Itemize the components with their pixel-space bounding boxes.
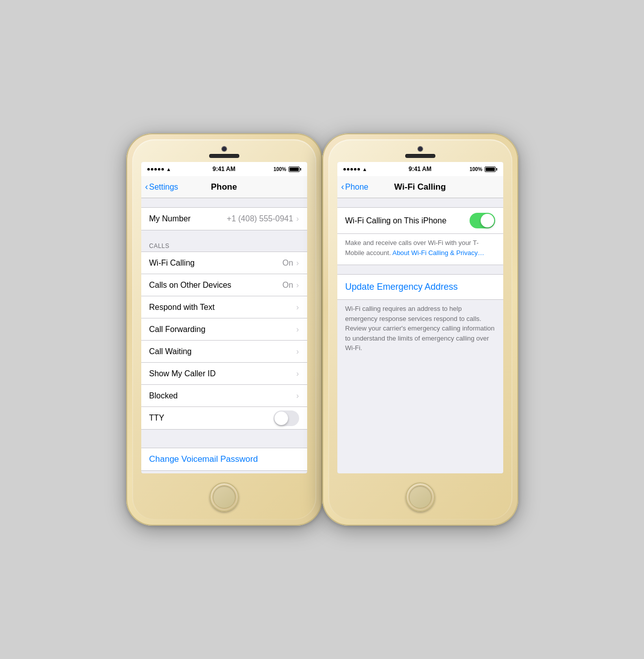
signal-dot-2 bbox=[151, 168, 153, 171]
wifi-calling-value: On bbox=[283, 259, 293, 268]
tty-toggle-knob bbox=[274, 411, 288, 425]
call-waiting-chevron: › bbox=[296, 347, 299, 356]
screen-left: ▲ 9:41 AM 100% bbox=[141, 162, 307, 473]
battery-percent-left: 100% bbox=[273, 167, 287, 172]
wifi-calling-toggle-knob bbox=[481, 214, 494, 227]
back-button-right[interactable]: ‹ Phone bbox=[341, 183, 369, 192]
iphone-left-inner: ▲ 9:41 AM 100% bbox=[132, 139, 316, 520]
phones-container: ▲ 9:41 AM 100% bbox=[126, 133, 518, 526]
wifi-calling-label: Wi-Fi Calling bbox=[149, 259, 283, 268]
call-forwarding-label: Call Forwarding bbox=[149, 325, 297, 334]
nav-title-right: Wi-Fi Calling bbox=[394, 182, 446, 192]
iphone-right-inner: ▲ 9:41 AM 100% bbox=[328, 139, 512, 520]
speaker-grille-right bbox=[405, 154, 435, 158]
battery-body-left bbox=[289, 167, 300, 172]
signal-dot-4 bbox=[158, 168, 160, 171]
battery-tip-right bbox=[496, 168, 497, 171]
nav-bar-left: ‹ Settings Phone bbox=[141, 176, 307, 198]
battery-icon-left bbox=[289, 167, 301, 172]
gap-2 bbox=[141, 230, 307, 239]
respond-text-cell[interactable]: Respond with Text › bbox=[141, 296, 307, 318]
gap-1 bbox=[141, 198, 307, 207]
tty-toggle[interactable] bbox=[273, 410, 299, 426]
respond-text-chevron: › bbox=[296, 303, 299, 312]
signal-dot-r1 bbox=[343, 168, 346, 171]
blocked-chevron: › bbox=[296, 391, 299, 400]
status-left: ▲ bbox=[147, 167, 171, 172]
emergency-description: Wi-Fi calling requires an address to hel… bbox=[337, 300, 503, 361]
back-chevron-right: ‹ bbox=[341, 182, 344, 191]
show-caller-id-label: Show My Caller ID bbox=[149, 369, 297, 378]
home-button-right[interactable] bbox=[406, 482, 435, 512]
battery-tip-left bbox=[300, 168, 301, 171]
gap-4 bbox=[141, 471, 307, 473]
back-label-right: Phone bbox=[345, 183, 369, 192]
blocked-cell[interactable]: Blocked › bbox=[141, 385, 307, 407]
battery-fill-right bbox=[486, 168, 495, 171]
battery-body-right bbox=[485, 167, 496, 172]
screen-right: ▲ 9:41 AM 100% bbox=[337, 162, 503, 473]
calls-other-devices-cell[interactable]: Calls on Other Devices On › bbox=[141, 274, 307, 296]
call-waiting-label: Call Waiting bbox=[149, 347, 297, 356]
wifi-calling-chevron: › bbox=[296, 259, 299, 268]
status-right-left: 100% bbox=[273, 167, 301, 172]
my-number-cell[interactable]: My Number +1 (408) 555-0941 › bbox=[141, 208, 307, 230]
signal-bars-right bbox=[343, 168, 360, 171]
call-forwarding-chevron: › bbox=[296, 325, 299, 334]
top-bezel-left bbox=[132, 139, 316, 158]
my-number-section: My Number +1 (408) 555-0941 › bbox=[141, 207, 307, 230]
status-right-right: 100% bbox=[470, 167, 497, 172]
signal-bars-left bbox=[147, 168, 164, 171]
status-left-right: ▲ bbox=[343, 167, 367, 172]
calls-section: Wi-Fi Calling On › Calls on Other Device… bbox=[141, 252, 307, 430]
wifi-calling-cell[interactable]: Wi-Fi Calling On › bbox=[141, 252, 307, 274]
tty-cell[interactable]: TTY bbox=[141, 407, 307, 429]
my-number-chevron: › bbox=[296, 214, 299, 223]
home-button-inner-left bbox=[213, 485, 236, 509]
content-right: Wi-Fi Calling on This iPhone Make and re… bbox=[337, 198, 503, 473]
signal-dot-5 bbox=[161, 168, 164, 171]
speaker-grille-left bbox=[209, 154, 239, 158]
front-camera-left bbox=[222, 146, 227, 151]
status-time-right: 9:41 AM bbox=[409, 166, 432, 173]
status-bar-right: ▲ 9:41 AM 100% bbox=[337, 162, 503, 176]
nav-title-left: Phone bbox=[211, 182, 237, 192]
iphone-left: ▲ 9:41 AM 100% bbox=[126, 133, 322, 526]
bottom-bezel-left bbox=[132, 477, 316, 520]
wifi-icon-left: ▲ bbox=[166, 167, 171, 172]
call-waiting-cell[interactable]: Call Waiting › bbox=[141, 341, 307, 363]
status-time-left: 9:41 AM bbox=[213, 166, 236, 173]
show-caller-id-cell[interactable]: Show My Caller ID › bbox=[141, 363, 307, 385]
voicemail-section: Change Voicemail Password bbox=[141, 448, 307, 471]
back-button-left[interactable]: ‹ Settings bbox=[145, 183, 178, 192]
front-camera-right bbox=[418, 146, 423, 151]
call-forwarding-cell[interactable]: Call Forwarding › bbox=[141, 318, 307, 341]
battery-percent-right: 100% bbox=[470, 167, 483, 172]
wifi-calling-description-block: Make and receive calls over Wi-Fi with y… bbox=[337, 234, 503, 265]
signal-dot-r2 bbox=[347, 168, 349, 171]
update-emergency-cell[interactable]: Update Emergency Address bbox=[337, 275, 503, 299]
nav-bar-right: ‹ Phone Wi-Fi Calling bbox=[337, 176, 503, 198]
voicemail-cell[interactable]: Change Voicemail Password bbox=[141, 448, 307, 470]
signal-dot-r5 bbox=[357, 168, 360, 171]
update-emergency-label: Update Emergency Address bbox=[345, 282, 458, 292]
wifi-calling-toggle[interactable] bbox=[470, 213, 495, 228]
calls-other-devices-value: On bbox=[283, 281, 293, 290]
home-button-left[interactable] bbox=[210, 482, 239, 512]
gap-r2 bbox=[337, 361, 503, 370]
wifi-icon-right: ▲ bbox=[362, 167, 367, 172]
respond-text-label: Respond with Text bbox=[149, 303, 297, 312]
update-emergency-section: Update Emergency Address bbox=[337, 274, 503, 300]
status-bar-left: ▲ 9:41 AM 100% bbox=[141, 162, 307, 176]
back-chevron-left: ‹ bbox=[145, 182, 148, 191]
wifi-calling-about-link[interactable]: About Wi-Fi Calling & Privacy… bbox=[392, 249, 484, 257]
gap-3 bbox=[141, 430, 307, 439]
gap-r1 bbox=[337, 198, 503, 207]
show-caller-id-chevron: › bbox=[296, 369, 299, 378]
signal-dot-3 bbox=[154, 168, 157, 171]
back-label-left: Settings bbox=[149, 183, 178, 192]
calls-section-header: CALLS bbox=[141, 239, 307, 252]
home-button-inner-right bbox=[409, 485, 432, 509]
wifi-calling-toggle-row: Wi-Fi Calling on This iPhone bbox=[337, 207, 503, 234]
wifi-calling-toggle-label: Wi-Fi Calling on This iPhone bbox=[345, 216, 470, 225]
